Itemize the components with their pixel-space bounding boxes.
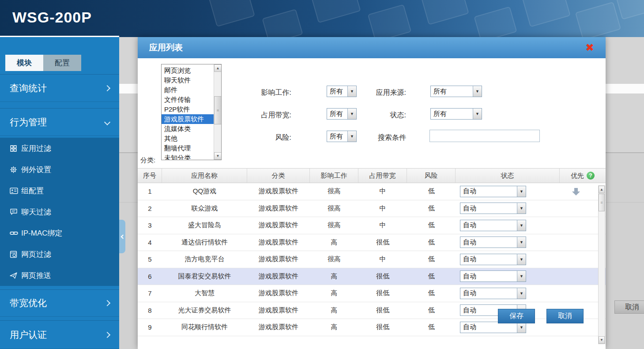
bandwidth-filter-select[interactable]: 所有 ▼ — [327, 108, 357, 120]
table-row[interactable]: 9 同花顺行情软件 游戏股票软件 高 很低 低 自动 ▼ — [138, 319, 606, 336]
dropdown-arrow-icon[interactable]: ▼ — [517, 186, 526, 197]
status-select[interactable]: 自动 ▼ — [460, 288, 526, 299]
status-select[interactable]: 自动 ▼ — [460, 270, 526, 282]
sidebar-item-behavior-mgmt[interactable]: 行为管理 — [0, 108, 119, 136]
listbox-scroll-thumb[interactable]: ≡ — [214, 96, 222, 124]
sidebar-item-ip-mac-binding[interactable]: IP-MAC绑定 — [0, 222, 119, 244]
table-row[interactable]: 6 国泰君安交易软件 游戏股票软件 高 很低 低 自动 ▼ — [138, 268, 606, 285]
cell-category: 游戏股票软件 — [247, 200, 310, 217]
priority-down-icon[interactable] — [571, 187, 581, 196]
status-select[interactable]: 自动 ▼ — [460, 203, 526, 214]
sidebar-collapse-handle[interactable] — [119, 220, 125, 253]
status-select[interactable]: 自动 ▼ — [460, 236, 526, 248]
category-option[interactable]: 邮件 — [162, 85, 214, 95]
dropdown-arrow-icon[interactable]: ▼ — [517, 220, 526, 231]
impact-filter-select[interactable]: 所有 ▼ — [327, 86, 357, 97]
status-filter-select[interactable]: 所有 ▼ — [430, 108, 482, 120]
category-option[interactable]: 文件传输 — [162, 95, 214, 105]
table-row[interactable]: 5 浩方电竞平台 游戏股票软件 很高 中 低 自动 ▼ — [138, 251, 606, 268]
dropdown-arrow-icon[interactable]: ▼ — [517, 254, 526, 265]
cell-category: 游戏股票软件 — [247, 251, 310, 268]
cell-bandwidth: 中 — [358, 200, 407, 217]
table-scrollbar[interactable]: ▲ ≡ ▼ — [598, 185, 605, 344]
category-option[interactable]: 其他 — [162, 134, 214, 143]
select-value: 所有 — [327, 110, 347, 118]
sidebar-item-user-auth[interactable]: 用户认证 — [0, 320, 119, 349]
cell-no: 4 — [138, 234, 162, 251]
dropdown-arrow-icon[interactable]: ▼ — [473, 86, 482, 97]
dropdown-arrow-icon[interactable]: ▼ — [517, 322, 526, 333]
dropdown-arrow-icon[interactable]: ▼ — [473, 109, 482, 119]
category-option[interactable]: 聊天软件 — [162, 75, 214, 85]
cell-risk: 低 — [407, 183, 456, 200]
cell-impact: 很高 — [310, 251, 358, 268]
dropdown-arrow-icon[interactable]: ▼ — [347, 86, 356, 97]
category-listbox[interactable]: 网页浏览聊天软件邮件文件传输P2P软件游戏股票软件流媒体类其他翻墙代理未知分类 … — [161, 64, 222, 160]
sidebar-item-web-filter[interactable]: 网页过滤 — [0, 244, 119, 265]
dialog-header: 应用列表 ✖ — [138, 37, 606, 58]
dropdown-arrow-icon[interactable]: ▼ — [347, 131, 356, 142]
sidebar-item-chat-filter[interactable]: 聊天过滤 — [0, 201, 119, 222]
table-row[interactable]: 2 联众游戏 游戏股票软件 很高 中 低 自动 ▼ — [138, 200, 606, 218]
tab-config[interactable]: 配置 — [43, 55, 81, 71]
background-cancel-button[interactable]: 取消 — [614, 300, 644, 314]
cell-status: 自动 ▼ — [456, 234, 560, 251]
category-option[interactable]: P2P软件 — [162, 105, 214, 114]
cell-impact: 高 — [310, 268, 358, 285]
sidebar-item-group-config[interactable]: 组配置 — [0, 180, 119, 201]
cell-impact: 高 — [310, 285, 358, 302]
source-filter-select[interactable]: 所有 ▼ — [430, 86, 482, 97]
category-option[interactable]: 翻墙代理 — [162, 143, 214, 153]
category-option[interactable]: 流媒体类 — [162, 124, 214, 134]
close-icon[interactable]: ✖ — [585, 42, 594, 53]
status-select[interactable]: 自动 ▼ — [460, 254, 526, 265]
listbox-scrollbar[interactable]: ▲ ≡ ▼ — [214, 64, 221, 160]
dropdown-arrow-icon[interactable]: ▼ — [517, 203, 526, 214]
status-select[interactable]: 自动 ▼ — [460, 220, 526, 231]
status-select[interactable]: 自动 ▼ — [460, 186, 526, 197]
table-row[interactable]: 7 大智慧 游戏股票软件 高 很低 低 自动 ▼ — [138, 285, 606, 302]
sidebar-item-web-push[interactable]: 网页推送 — [0, 265, 119, 286]
scroll-down-icon[interactable]: ▼ — [599, 336, 605, 344]
sidebar-item-query-stats[interactable]: 查询统计 — [0, 74, 119, 102]
sidebar-item-exceptions[interactable]: 例外设置 — [0, 159, 119, 180]
select-value: 自动 — [460, 238, 517, 247]
table-row[interactable]: 4 通达信行情软件 游戏股票软件 高 很低 低 自动 ▼ — [138, 234, 606, 251]
cell-category: 游戏股票软件 — [247, 302, 310, 319]
dropdown-arrow-icon[interactable]: ▼ — [517, 288, 526, 299]
table-row[interactable]: 8 光大证券交易软件 游戏股票软件 高 很低 低 自动 ▼ — [138, 302, 606, 319]
scroll-up-icon[interactable]: ▲ — [599, 186, 605, 193]
cell-app-name: 浩方电竞平台 — [162, 251, 247, 268]
save-button[interactable]: 保存 — [498, 309, 535, 323]
scroll-down-icon[interactable]: ▼ — [214, 152, 222, 160]
cell-app-name: 盛大冒险岛 — [162, 217, 247, 234]
select-value: 自动 — [460, 221, 517, 229]
sidebar-item-app-filter[interactable]: 应用过滤 — [0, 138, 119, 159]
risk-filter-select[interactable]: 所有 ▼ — [327, 131, 357, 142]
dropdown-arrow-icon[interactable]: ▼ — [347, 109, 356, 119]
cell-risk: 低 — [407, 302, 456, 319]
scroll-up-icon[interactable]: ▲ — [214, 64, 222, 72]
table-scroll-thumb[interactable]: ≡ — [599, 194, 605, 211]
cancel-button[interactable]: 取消 — [546, 309, 584, 323]
cell-risk: 低 — [407, 268, 456, 285]
chevron-down-icon — [104, 119, 110, 125]
cell-no: 8 — [138, 302, 162, 319]
sidebar-item-bandwidth-opt[interactable]: 带宽优化 — [0, 289, 119, 317]
cell-status: 自动 ▼ — [456, 268, 560, 285]
dropdown-arrow-icon[interactable]: ▼ — [517, 237, 526, 248]
cell-no: 9 — [138, 319, 162, 336]
help-icon[interactable]: ? — [587, 172, 595, 180]
category-option[interactable]: 游戏股票软件 — [162, 114, 214, 124]
dropdown-arrow-icon[interactable]: ▼ — [517, 271, 526, 281]
table-row[interactable]: 1 QQ游戏 游戏股票软件 很高 中 低 自动 ▼ — [138, 183, 606, 200]
tab-modules[interactable]: 模块 — [5, 55, 43, 71]
cell-impact: 很高 — [310, 217, 358, 234]
select-value: 自动 — [460, 187, 517, 195]
category-option[interactable]: 网页浏览 — [162, 66, 214, 75]
category-option[interactable]: 未知分类 — [162, 153, 214, 160]
top-header: WSG-200P — [0, 0, 644, 37]
table-row[interactable]: 3 盛大冒险岛 游戏股票软件 很高 中 低 自动 ▼ — [138, 217, 606, 234]
search-input[interactable] — [429, 130, 540, 142]
cell-impact: 高 — [310, 319, 358, 336]
